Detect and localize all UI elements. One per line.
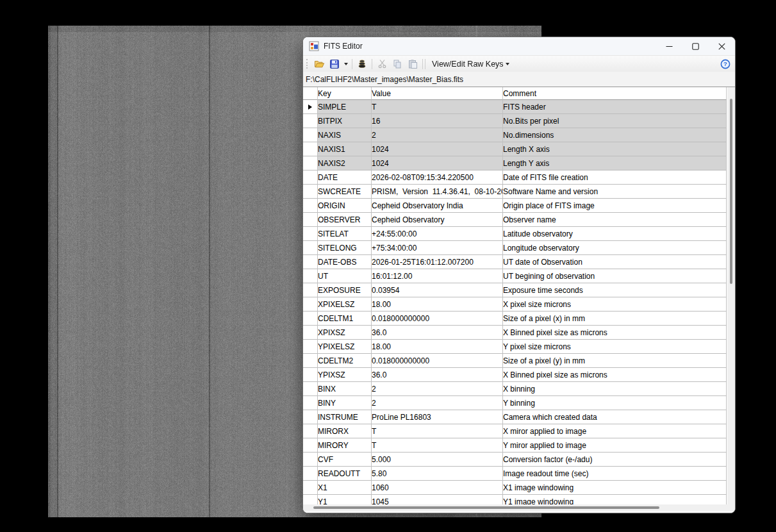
cell-comment[interactable]: Latitude observatory: [503, 227, 727, 241]
cell-key[interactable]: YPIXELSZ: [318, 340, 372, 354]
cell-key[interactable]: INSTRUME: [318, 410, 372, 424]
row-header-cell[interactable]: [303, 481, 318, 495]
row-header-cell[interactable]: [303, 297, 318, 312]
table-row[interactable]: BINX 2 X binning: [303, 382, 727, 396]
table-row[interactable]: READOUTT 5.80 Image readout time (sec): [303, 467, 727, 481]
cell-comment[interactable]: Image readout time (sec): [503, 467, 727, 481]
cell-comment[interactable]: X miror applied to image: [503, 424, 727, 438]
save-button[interactable]: [327, 57, 342, 71]
cell-comment[interactable]: Size of a pixel (x) in mm: [503, 312, 727, 326]
row-header-cell[interactable]: [303, 199, 318, 213]
cell-comment[interactable]: Y binning: [503, 396, 727, 410]
cell-key[interactable]: XPIXSZ: [318, 326, 372, 340]
row-header-cell[interactable]: [303, 241, 318, 255]
cell-key[interactable]: NAXIS: [318, 128, 372, 142]
cell-value[interactable]: 16:01:12.00: [372, 269, 503, 283]
table-row[interactable]: SWCREATE PRISM, Version 11.4.36.41, 08-1…: [303, 185, 727, 199]
table-row[interactable]: CVF 5.000 Conversion factor (e-/adu): [303, 453, 727, 467]
table-row[interactable]: SIMPLE T FITS header: [303, 100, 727, 114]
cell-value[interactable]: 0.03954: [372, 283, 503, 297]
cell-comment[interactable]: Y miror applied to image: [503, 438, 727, 453]
cell-comment[interactable]: Origin place of FITS image: [503, 199, 727, 213]
table-row[interactable]: XPIXSZ 36.0 X Binned pixel size as micro…: [303, 326, 727, 340]
cell-key[interactable]: MIRORX: [318, 424, 372, 438]
cell-key[interactable]: YPIXSZ: [318, 368, 372, 382]
cell-key[interactable]: ORIGIN: [318, 199, 372, 213]
cell-value[interactable]: 16: [372, 114, 503, 128]
table-row[interactable]: Y1 1045 Y1 image windowing: [303, 495, 727, 504]
cell-value[interactable]: 0.018000000000: [372, 354, 503, 368]
cell-key[interactable]: NAXIS1: [318, 142, 372, 156]
cell-comment[interactable]: Y1 image windowing: [503, 495, 727, 504]
cell-key[interactable]: SIMPLE: [318, 100, 372, 114]
toolbar-grip[interactable]: [306, 59, 309, 69]
cell-key[interactable]: DATE-OBS: [318, 255, 372, 269]
cell-value[interactable]: +24:55:00:00: [372, 227, 503, 241]
cell-key[interactable]: CDELTM2: [318, 354, 372, 368]
title-bar[interactable]: FITS Editor: [303, 37, 735, 55]
table-row[interactable]: OBSERVER Cepheid Observatory Observer na…: [303, 213, 727, 227]
cell-comment[interactable]: X binning: [503, 382, 727, 396]
raw-keys-button[interactable]: [354, 57, 370, 71]
cell-comment[interactable]: Exposure time seconds: [503, 283, 727, 297]
cell-key[interactable]: NAXIS2: [318, 156, 372, 170]
cell-value[interactable]: 1045: [372, 495, 503, 504]
table-row[interactable]: BITPIX 16 No.Bits per pixel: [303, 114, 727, 128]
cell-key[interactable]: BINY: [318, 396, 372, 410]
row-header-cell[interactable]: [303, 269, 318, 283]
cell-key[interactable]: UT: [318, 269, 372, 283]
table-row[interactable]: MIRORX T X miror applied to image: [303, 424, 727, 438]
cell-key[interactable]: SWCREATE: [318, 185, 372, 199]
cell-comment[interactable]: X1 image windowing: [503, 481, 727, 495]
corner-header-cell[interactable]: [303, 87, 318, 100]
cell-key[interactable]: SITELONG: [318, 241, 372, 255]
row-header-cell[interactable]: [303, 170, 318, 185]
maximize-button[interactable]: [682, 37, 709, 55]
cell-key[interactable]: X1: [318, 481, 372, 495]
cell-comment[interactable]: Length Y axis: [503, 156, 727, 170]
help-button[interactable]: ?: [719, 58, 732, 71]
cell-value[interactable]: 5.80: [372, 467, 503, 481]
cell-value[interactable]: 2026-02-08T09:15:34.220500: [372, 170, 503, 185]
row-header-cell[interactable]: [303, 227, 318, 241]
cell-value[interactable]: 2026-01-25T16:01:12.007200: [372, 255, 503, 269]
cell-value[interactable]: 36.0: [372, 326, 503, 340]
column-header-comment[interactable]: Comment: [503, 87, 727, 100]
vertical-scrollbar-thumb[interactable]: [730, 99, 732, 284]
cell-key[interactable]: BITPIX: [318, 114, 372, 128]
row-header-cell[interactable]: [303, 185, 318, 199]
row-header-cell[interactable]: [303, 396, 318, 410]
table-row[interactable]: YPIXSZ 36.0 X Binned pixel size as micro…: [303, 368, 727, 382]
cell-value[interactable]: 18.00: [372, 297, 503, 312]
cell-value[interactable]: 5.000: [372, 453, 503, 467]
row-header-cell[interactable]: [303, 326, 318, 340]
table-row[interactable]: MIRORY T Y miror applied to image: [303, 438, 727, 453]
cell-value[interactable]: Cepheid Observatory: [372, 213, 503, 227]
table-row[interactable]: NAXIS1 1024 Length X axis: [303, 142, 727, 156]
table-row[interactable]: DATE-OBS 2026-01-25T16:01:12.007200 UT d…: [303, 255, 727, 269]
cell-value[interactable]: ProLine PL16803: [372, 410, 503, 424]
cell-comment[interactable]: UT begining of observation: [503, 269, 727, 283]
cell-key[interactable]: OBSERVER: [318, 213, 372, 227]
cell-comment[interactable]: Date of FITS file creation: [503, 170, 727, 185]
save-dropdown-button[interactable]: [342, 57, 350, 71]
cell-value[interactable]: +75:34:00:00: [372, 241, 503, 255]
row-header-cell[interactable]: [303, 142, 318, 156]
row-header-cell[interactable]: [303, 156, 318, 170]
cell-value[interactable]: 2: [372, 396, 503, 410]
table-row[interactable]: SITELONG +75:34:00:00 Longitude observat…: [303, 241, 727, 255]
cell-comment[interactable]: No.Bits per pixel: [503, 114, 727, 128]
row-header-cell[interactable]: [303, 312, 318, 326]
cell-value[interactable]: 2: [372, 128, 503, 142]
cell-value[interactable]: T: [372, 100, 503, 114]
minimize-button[interactable]: [656, 37, 682, 55]
row-header-cell[interactable]: [303, 438, 318, 453]
cell-value[interactable]: 1024: [372, 142, 503, 156]
cell-comment[interactable]: X Binned pixel size as microns: [503, 368, 727, 382]
row-header-cell[interactable]: [303, 128, 318, 142]
row-header-cell[interactable]: [303, 354, 318, 368]
cell-value[interactable]: T: [372, 438, 503, 453]
open-file-button[interactable]: [311, 57, 327, 71]
cell-key[interactable]: CVF: [318, 453, 372, 467]
cell-key[interactable]: EXPOSURE: [318, 283, 372, 297]
